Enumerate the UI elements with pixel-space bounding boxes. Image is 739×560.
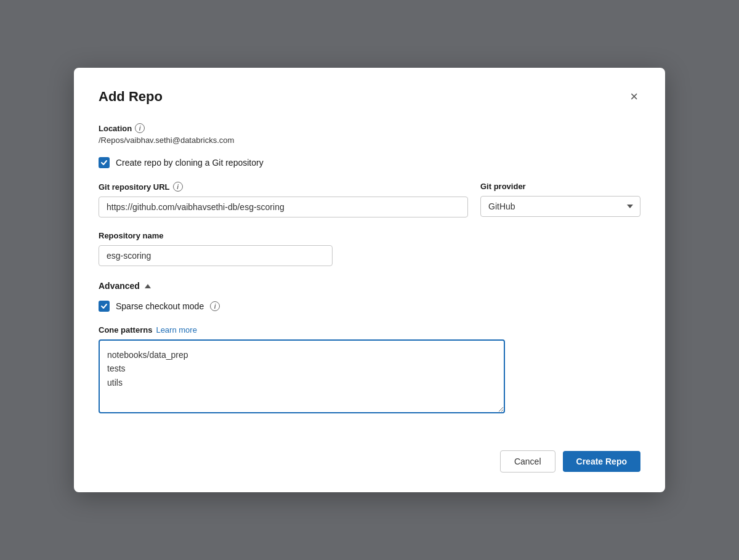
cancel-button[interactable]: Cancel xyxy=(500,450,555,473)
git-url-info-icon[interactable]: i xyxy=(173,182,183,192)
clone-checkbox[interactable] xyxy=(99,157,110,168)
sparse-checkout-info-icon[interactable]: i xyxy=(210,301,220,311)
cone-patterns-label: Cone patterns Learn more xyxy=(99,325,640,335)
create-repo-button[interactable]: Create Repo xyxy=(563,451,640,472)
advanced-header[interactable]: Advanced xyxy=(99,281,640,291)
modal-footer: Cancel Create Repo xyxy=(99,440,640,473)
git-provider-select[interactable]: GitHub GitLab Bitbucket Azure DevOps xyxy=(480,196,640,217)
git-url-group: Git repository URL i xyxy=(99,182,468,217)
git-url-label: Git repository URL i xyxy=(99,182,468,192)
git-url-input[interactable] xyxy=(99,197,468,217)
location-info-icon[interactable]: i xyxy=(135,123,145,133)
close-icon: × xyxy=(630,90,638,103)
location-label: Location i xyxy=(99,123,640,133)
sparse-checkout-label: Sparse checkout mode xyxy=(116,301,204,311)
close-button[interactable]: × xyxy=(628,87,640,106)
chevron-up-icon xyxy=(145,284,151,288)
repo-name-label: Repository name xyxy=(99,231,333,240)
cone-patterns-section: Cone patterns Learn more notebooks/data_… xyxy=(99,325,640,416)
sparse-checkout-checkbox-row: Sparse checkout mode i xyxy=(99,301,640,312)
git-provider-group: Git provider GitHub GitLab Bitbucket Azu… xyxy=(480,182,640,217)
git-provider-select-wrapper: GitHub GitLab Bitbucket Azure DevOps xyxy=(480,196,640,217)
git-url-provider-row: Git repository URL i Git provider GitHub… xyxy=(99,182,640,217)
clone-checkbox-row: Create repo by cloning a Git repository xyxy=(99,157,640,168)
learn-more-link[interactable]: Learn more xyxy=(156,325,196,335)
clone-checkbox-label: Create repo by cloning a Git repository xyxy=(116,158,264,168)
advanced-section: Advanced Sparse checkout mode i Cone pat… xyxy=(99,281,640,416)
git-provider-label: Git provider xyxy=(480,182,640,191)
sparse-checkout-checkbox[interactable] xyxy=(99,301,110,312)
cone-patterns-textarea[interactable]: notebooks/data_prep tests utils xyxy=(99,339,505,413)
repo-name-input[interactable] xyxy=(99,245,333,266)
location-section: Location i /Repos/vaibhav.sethi@databric… xyxy=(99,123,640,145)
add-repo-modal: Add Repo × Location i /Repos/vaibhav.set… xyxy=(74,68,665,492)
modal-header: Add Repo × xyxy=(99,87,640,106)
location-value: /Repos/vaibhav.sethi@databricks.com xyxy=(99,136,640,145)
modal-title: Add Repo xyxy=(99,89,163,105)
advanced-title: Advanced xyxy=(99,281,140,291)
repo-name-group: Repository name xyxy=(99,231,333,266)
